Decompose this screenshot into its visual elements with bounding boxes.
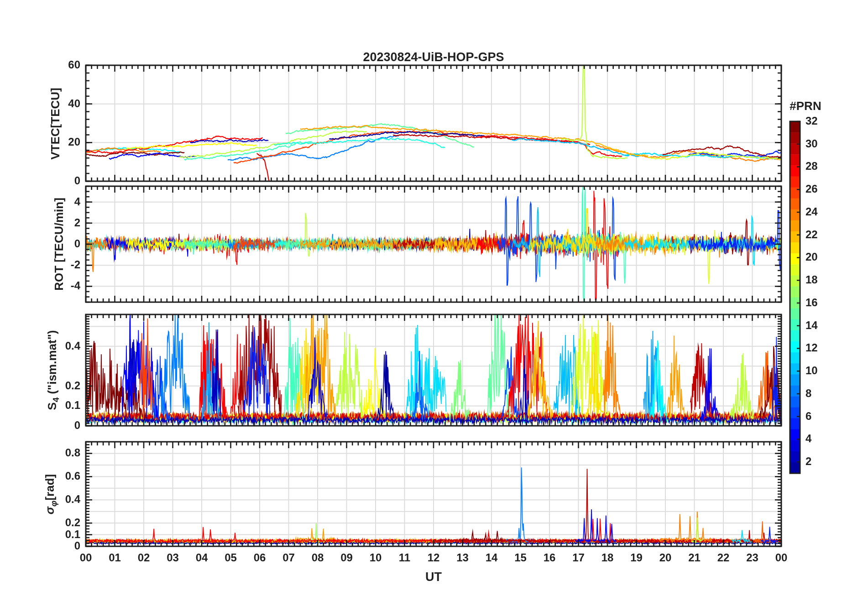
y-tick-label: 0 [0, 419, 80, 432]
colorbar-tick-label: 6 [805, 410, 833, 423]
colorbar-tick-label: 22 [805, 228, 833, 241]
y-tick-label: 0 [0, 174, 80, 187]
y-tick-label: 0.8 [0, 446, 80, 459]
x-tick-label: 09 [331, 551, 363, 564]
y-tick-label: 2 [0, 216, 80, 229]
y-tick-label: 20 [0, 136, 80, 148]
x-tick-label: 11 [389, 551, 421, 564]
y-tick-label: 0.6 [0, 470, 80, 482]
colorbar-tick-label: 20 [805, 251, 833, 263]
x-tick-label: 19 [621, 551, 653, 564]
x-tick-label: 00 [70, 551, 102, 564]
y-tick-label: 0.2 [0, 516, 80, 529]
x-tick-label: 12 [418, 551, 450, 564]
x-tick-label: 21 [679, 551, 711, 564]
x-tick-label: 03 [157, 551, 189, 564]
y-tick-label: 0 [0, 539, 80, 552]
y-tick-label: 0.1 [0, 399, 80, 412]
colorbar-tick-label: 4 [805, 432, 833, 445]
x-tick-label: 01 [99, 551, 131, 564]
x-tick-label: 07 [273, 551, 305, 564]
y-axis-label-s4: S4 ("ism.mat") [45, 306, 60, 434]
x-tick-label: 22 [707, 551, 739, 564]
y-tick-label: -2 [0, 258, 80, 271]
colorbar-tick-label: 10 [805, 364, 833, 377]
x-tick-label: 04 [186, 551, 218, 564]
colorbar-tick-label: 16 [805, 296, 833, 309]
x-tick-label: 14 [476, 551, 507, 564]
figure: 20230824-UiB-HOP-GPS VTEC[TECU] ROT [TEC… [0, 0, 868, 607]
y-tick-label: 0.1 [0, 528, 80, 541]
chart-title: 20230824-UiB-HOP-GPS [251, 50, 616, 64]
x-tick-label: 13 [447, 551, 479, 564]
colorbar-title: #PRN [778, 99, 833, 113]
x-tick-label: 08 [302, 551, 334, 564]
colorbar-tick-label: 8 [805, 387, 833, 400]
x-tick-label: 15 [505, 551, 537, 564]
y-tick-label: 0.2 [0, 379, 80, 392]
x-tick-label: 05 [215, 551, 247, 564]
x-tick-label: 06 [244, 551, 276, 564]
colorbar-tick-label: 2 [805, 455, 833, 468]
colorbar-tick-label: 28 [805, 160, 833, 173]
colorbar-tick-label: 32 [805, 115, 833, 127]
colorbar-tick-label: 24 [805, 205, 833, 218]
x-tick-label: 16 [533, 551, 565, 564]
y-tick-label: 60 [0, 58, 80, 71]
x-tick-label: 23 [737, 551, 769, 564]
x-tick-label: 02 [128, 551, 160, 564]
y-tick-label: 40 [0, 97, 80, 110]
y-tick-label: 4 [0, 195, 80, 208]
x-axis-label: UT [406, 570, 461, 584]
x-tick-label: 00 [765, 551, 797, 564]
x-tick-label: 10 [360, 551, 392, 564]
plot-canvas [0, 0, 868, 607]
colorbar-tick-label: 14 [805, 319, 833, 332]
colorbar-tick-label: 12 [805, 341, 833, 354]
y-axis-label-sigma-main: σ [43, 507, 57, 514]
y-tick-label: 0.4 [0, 493, 80, 506]
y-axis-label-vtec: VTEC[TECU] [48, 64, 63, 183]
y-tick-label: 0.4 [0, 340, 80, 352]
x-tick-label: 18 [591, 551, 623, 564]
colorbar-tick-label: 26 [805, 183, 833, 195]
x-tick-label: 17 [563, 551, 595, 564]
y-tick-label: 0 [0, 237, 80, 250]
y-tick-label: -4 [0, 279, 80, 292]
colorbar-tick-label: 18 [805, 273, 833, 286]
x-tick-label: 20 [649, 551, 681, 564]
colorbar-tick-label: 30 [805, 137, 833, 150]
